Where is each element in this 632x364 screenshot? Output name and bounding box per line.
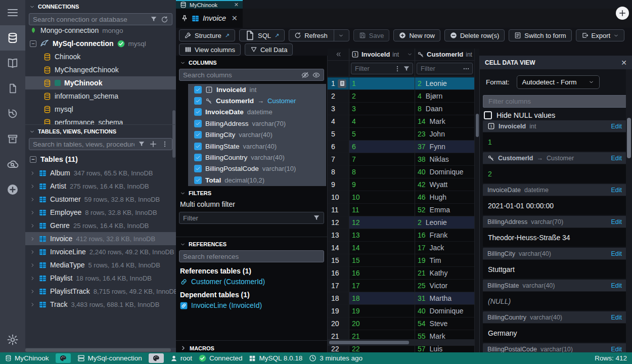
- statusbar-connection[interactable]: MySql-connection: [77, 354, 142, 362]
- edit-link[interactable]: Edit: [611, 346, 622, 353]
- cell-field-value[interactable]: Theodor-Heuss-Straße 34: [483, 228, 626, 247]
- activity-book[interactable]: [0, 51, 25, 76]
- edit-link[interactable]: Edit: [611, 187, 622, 194]
- column-item-invoiceid[interactable]: 1 InvoiceId int: [188, 84, 326, 95]
- grid-row-13[interactable]: 13 13 16Frank: [328, 229, 474, 242]
- chevron-right-icon[interactable]: [30, 170, 35, 176]
- cell-field-value[interactable]: 2: [483, 164, 626, 183]
- multi-column-filter[interactable]: [179, 212, 324, 224]
- toolbar-delete-row-s--button[interactable]: Delete row(s): [444, 29, 505, 41]
- grid-row-14[interactable]: 14 14 17Jack: [328, 242, 474, 254]
- cell-invoiceid[interactable]: 3: [349, 103, 415, 115]
- toolbar-structure-button[interactable]: Structure ↗: [179, 29, 235, 41]
- table-item-invoiceline[interactable]: InvoiceLine 2,240 rows, 49.2 KB, InnoDB: [25, 245, 176, 258]
- cell-customerid[interactable]: 54Steve: [415, 317, 474, 330]
- column-item-billingcountry[interactable]: BillingCountry varchar(40): [188, 152, 326, 163]
- collapse-expander-icon[interactable]: −: [30, 156, 36, 163]
- filter-icon[interactable]: [138, 141, 145, 148]
- add-tab-button[interactable]: [616, 7, 629, 20]
- chevron-right-icon[interactable]: [30, 249, 35, 255]
- grid-row-4[interactable]: 4 4 14Mark: [328, 115, 474, 128]
- cell-field-value[interactable]: 2021-01-01 00:00:00: [483, 196, 626, 215]
- cell-customerid[interactable]: 16Frank: [415, 229, 474, 242]
- column-item-customerid[interactable]: + CustomerId →Customer: [188, 95, 326, 106]
- chevron-right-icon[interactable]: [30, 276, 35, 281]
- column-checkbox[interactable]: [194, 131, 202, 139]
- cell-invoiceid[interactable]: 16: [349, 267, 415, 280]
- toolbar-export-button[interactable]: Export: [576, 29, 625, 41]
- cell-invoiceid[interactable]: 1: [349, 77, 415, 90]
- grid-row-11[interactable]: 11 11 52Emma: [328, 204, 474, 216]
- chevron-right-icon[interactable]: [30, 289, 35, 294]
- cell-invoiceid[interactable]: 10: [349, 191, 415, 204]
- grid-header-customerid[interactable]: CustomerIdint: [415, 49, 474, 60]
- cell-customerid[interactable]: 17Jack: [415, 242, 474, 254]
- edit-link[interactable]: Edit: [611, 314, 622, 321]
- columns-header[interactable]: COLUMNS: [176, 56, 327, 68]
- kebab-menu-icon[interactable]: [394, 65, 401, 72]
- grid-hscrollbar[interactable]: [328, 339, 474, 346]
- cell-customerid[interactable]: 25Victor: [415, 280, 474, 292]
- database-item-mychinook[interactable]: MyChinook: [25, 76, 176, 89]
- refresh-icon[interactable]: [161, 16, 168, 23]
- grid-header-invoiceid[interactable]: 1 InvoiceIdint: [349, 49, 415, 60]
- toolbar-view-columns-button[interactable]: View columns: [179, 43, 241, 56]
- table-item-album[interactable]: Album 347 rows, 65.5 KB, InnoDB: [25, 166, 176, 179]
- grid-row-18[interactable]: 18 18 31Martha: [328, 292, 474, 305]
- filter-icon[interactable]: [313, 214, 320, 221]
- chevron-down-icon[interactable]: [407, 52, 413, 57]
- connections-search[interactable]: [29, 13, 172, 25]
- cell-customerid[interactable]: 37Fynn: [415, 141, 474, 153]
- database-color-button[interactable]: [56, 353, 71, 363]
- eye-off-icon[interactable]: [301, 71, 309, 79]
- tables-header[interactable]: TABLES, VIEWS, FUNCTIONS: [25, 125, 176, 137]
- grid-row-6[interactable]: 6 6 37Fynn: [328, 141, 474, 153]
- column-checkbox[interactable]: [194, 86, 202, 94]
- connection-item-mysql[interactable]: − MySql-connection mysql: [25, 37, 176, 50]
- multi-column-filter-input[interactable]: [183, 214, 309, 222]
- chevron-right-icon[interactable]: [30, 210, 35, 215]
- column-item-billingcity[interactable]: BillingCity varchar(40): [188, 129, 326, 141]
- table-item-employee[interactable]: Employee 8 rows, 32.8 KB, InnoDB: [25, 206, 176, 219]
- cell-invoiceid[interactable]: 18: [349, 292, 415, 305]
- toolbar-refresh-button[interactable]: Refresh: [289, 29, 349, 41]
- grid-corner-header[interactable]: [328, 49, 349, 60]
- columns-search[interactable]: [179, 69, 324, 81]
- cell-field-value[interactable]: 1: [483, 132, 626, 151]
- cell-field-value[interactable]: (NULL): [483, 291, 626, 310]
- toolbar-switch-to-form-button[interactable]: Switch to form: [509, 29, 571, 41]
- grid-row-2[interactable]: 2 2 4Bjørn: [328, 90, 474, 103]
- cell-filter-columns[interactable]: [483, 95, 629, 108]
- table-item-playlisttrack[interactable]: PlaylistTrack 8,715 rows, 49.2 KB, InnoD…: [25, 285, 176, 298]
- cell-customerid[interactable]: 14Mark: [415, 115, 474, 128]
- table-item-invoice[interactable]: Invoice 412 rows, 32.8 KB, InnoDB: [25, 232, 176, 245]
- activity-file[interactable]: [0, 76, 25, 101]
- filter-icon[interactable]: [403, 65, 410, 72]
- activity-database[interactable]: [0, 25, 25, 51]
- tables-group[interactable]: − Tables (11): [25, 151, 176, 166]
- edit-link[interactable]: Edit: [611, 155, 622, 162]
- grid-row-3[interactable]: 3 3 8Daan: [328, 103, 474, 115]
- table-item-artist[interactable]: Artist 275 rows, 16.4 KB, InnoDB: [25, 179, 176, 193]
- tab-invoice[interactable]: Invoice ✕: [176, 9, 243, 28]
- eye-icon[interactable]: [312, 71, 320, 79]
- cell-invoiceid[interactable]: 19: [349, 305, 415, 317]
- grid-filter-invoiceid[interactable]: [349, 61, 415, 76]
- chevron-right-icon[interactable]: [30, 197, 35, 202]
- cell-customerid[interactable]: 4Bjørn: [415, 90, 474, 103]
- cell-customerid[interactable]: 23John: [415, 128, 474, 141]
- grid-filter-customerid[interactable]: [415, 61, 474, 76]
- column-item-total[interactable]: Total decimal(10,2): [188, 174, 326, 186]
- cell-customerid[interactable]: 40Dominique: [415, 305, 474, 317]
- format-select[interactable]: Autodetect - Form: [517, 75, 600, 89]
- grid-row-20[interactable]: 20 20 54Steve: [328, 317, 474, 330]
- grid-row-10[interactable]: 10 10 46Hugh: [328, 191, 474, 204]
- cell-customerid[interactable]: 46Hugh: [415, 191, 474, 204]
- cell-invoiceid[interactable]: 4: [349, 115, 415, 128]
- filter-invoiceid-input[interactable]: [354, 64, 392, 73]
- table-item-genre[interactable]: Genre 25 rows, 16.4 KB, InnoDB: [25, 219, 176, 232]
- collapse-columns-icon[interactable]: [335, 51, 342, 58]
- kebab-menu-icon[interactable]: [161, 141, 168, 148]
- cell-invoiceid[interactable]: 7: [349, 153, 415, 166]
- references-search-input[interactable]: [183, 253, 320, 260]
